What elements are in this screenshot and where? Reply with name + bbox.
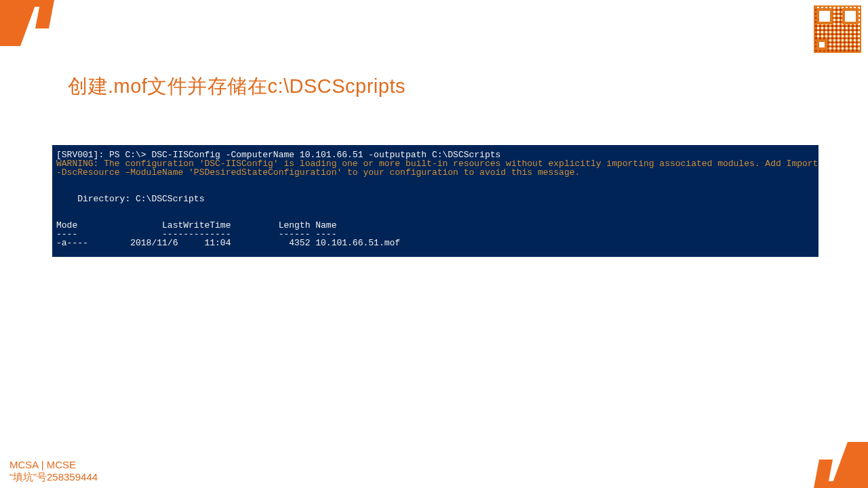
decor-top-left <box>0 0 75 51</box>
powershell-terminal: [SRV001]: PS C:\> DSC-IISConfig -Compute… <box>52 145 818 257</box>
footer-line2: “填坑”号258359444 <box>9 471 98 484</box>
terminal-directory: Directory: C:\DSCScripts <box>56 194 204 204</box>
footer: MCSA | MCSE “填坑”号258359444 <box>9 459 98 485</box>
svg-marker-3 <box>831 442 868 488</box>
slide-title: 创建.mof文件并存储在c:\DSCScpripts <box>68 73 406 100</box>
decor-bottom-right <box>793 437 868 488</box>
footer-line1: MCSA | MCSE <box>9 459 98 472</box>
terminal-row: -a---- 2018/11/6 11:04 4352 10.101.66.51… <box>56 238 400 248</box>
svg-marker-2 <box>33 0 42 7</box>
svg-marker-0 <box>0 0 37 46</box>
svg-marker-5 <box>826 481 835 488</box>
qr-code <box>814 5 861 53</box>
terminal-warning-line2: -DscResource –ModuleName 'PSDesiredState… <box>56 167 580 178</box>
